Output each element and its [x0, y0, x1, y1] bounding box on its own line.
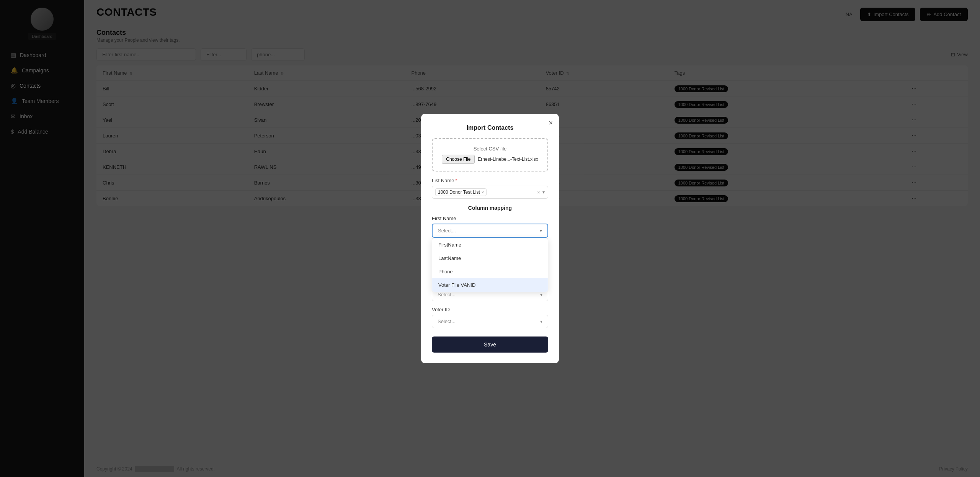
list-name-input-box[interactable]: 1000 Donor Test List × × ▾: [432, 186, 548, 199]
choose-file-button[interactable]: Choose File: [442, 155, 475, 164]
first-name-select-container: Select... ▾ FirstName LastName Phone Vot…: [432, 224, 548, 238]
file-input-row: Choose File Ernest-Linebe...-Text-List.x…: [439, 155, 541, 164]
modal-overlay: × Import Contacts Select CSV file Choose…: [0, 0, 980, 477]
modal-title: Import Contacts: [432, 124, 548, 131]
first-name-select-placeholder: Select...: [438, 228, 456, 234]
tag-chip-remove[interactable]: ×: [482, 190, 484, 194]
first-name-chevron-icon: ▾: [540, 228, 542, 234]
last-name-chevron-icon: ▾: [540, 292, 542, 297]
list-name-tag-chip: 1000 Donor Test List ×: [435, 188, 487, 196]
modal-close-button[interactable]: ×: [549, 119, 553, 127]
last-name-select-placeholder: Select...: [438, 292, 456, 297]
voter-id-select[interactable]: Select... ▾: [432, 315, 548, 328]
tag-clear-icon[interactable]: ×: [537, 189, 540, 195]
tag-arrow-icon[interactable]: ▾: [542, 189, 545, 195]
dropdown-option-vanid[interactable]: Voter File VANID: [432, 278, 548, 292]
first-name-select[interactable]: Select... ▾: [432, 224, 548, 238]
dropdown-option-phone[interactable]: Phone: [432, 265, 548, 278]
required-star: *: [456, 178, 457, 183]
list-name-label: List Name *: [432, 178, 548, 183]
import-contacts-modal: × Import Contacts Select CSV file Choose…: [421, 114, 559, 363]
file-drop-label: Select CSV file: [439, 146, 541, 152]
dropdown-option-lastname[interactable]: LastName: [432, 252, 548, 265]
first-name-field-label: First Name: [432, 216, 548, 221]
save-button[interactable]: Save: [432, 337, 548, 353]
column-mapping-title: Column mapping: [432, 205, 548, 211]
first-name-dropdown: FirstName LastName Phone Voter File VANI…: [432, 238, 548, 292]
voter-id-select-placeholder: Select...: [438, 319, 456, 324]
selected-file-name: Ernest-Linebe...-Text-List.xlsx: [478, 157, 538, 162]
tag-chip-label: 1000 Donor Test List: [438, 189, 480, 195]
voter-id-select-container: Select... ▾: [432, 315, 548, 328]
file-drop-zone: Select CSV file Choose File Ernest-Lineb…: [432, 138, 548, 172]
voter-id-field-label: Voter ID: [432, 307, 548, 312]
dropdown-option-firstname[interactable]: FirstName: [432, 238, 548, 252]
voter-id-chevron-icon: ▾: [540, 319, 542, 324]
